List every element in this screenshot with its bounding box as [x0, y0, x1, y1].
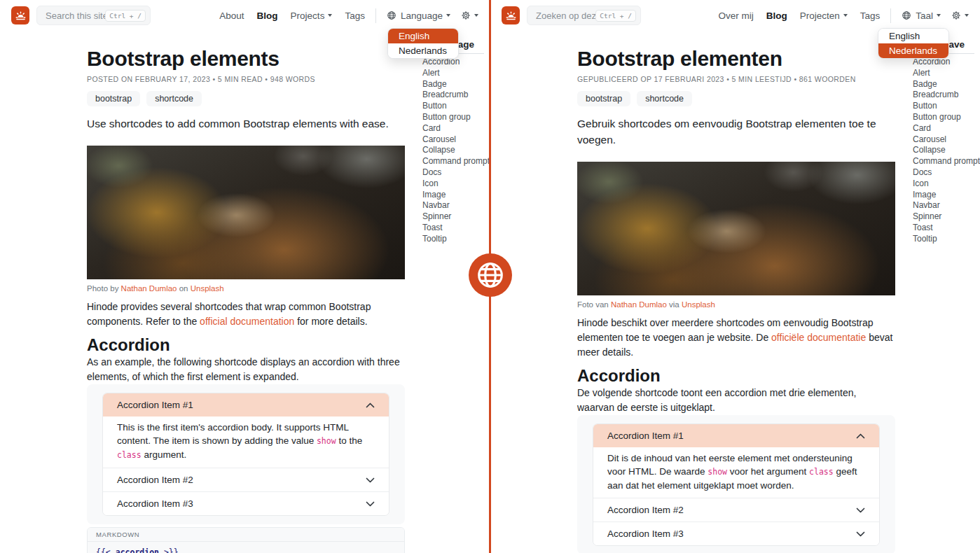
- nav-link[interactable]: Blog: [766, 10, 787, 21]
- nav-link[interactable]: Projects: [291, 10, 333, 21]
- section-heading: Accordion: [577, 365, 895, 386]
- tag-pill[interactable]: bootstrap: [87, 91, 140, 106]
- chevron-down-icon: [965, 14, 969, 17]
- toc-link[interactable]: Carousel: [422, 134, 490, 146]
- toc-link[interactable]: Tooltip: [913, 234, 980, 245]
- nav-link[interactable]: About: [219, 10, 244, 21]
- site-logo[interactable]: [11, 6, 29, 24]
- toc-link[interactable]: Button: [422, 101, 490, 112]
- doc-link[interactable]: official documentation: [200, 316, 294, 327]
- toc-link[interactable]: Breadcrumb: [913, 90, 980, 101]
- chevron-down-icon: [856, 507, 865, 513]
- nav-link[interactable]: Tags: [860, 10, 881, 21]
- toc-link[interactable]: Collapse: [913, 145, 980, 156]
- toc-link[interactable]: Image: [913, 190, 980, 201]
- navbar: Zoeken op deze site... Ctrl + / Over mij…: [490, 0, 980, 31]
- language-menu-button[interactable]: Taal: [902, 10, 941, 21]
- accordion-header-3[interactable]: Accordion Item #3: [593, 522, 879, 545]
- accordion-header-1[interactable]: Accordion Item #1: [593, 424, 879, 447]
- toc-link[interactable]: Alert: [913, 68, 980, 79]
- language-option[interactable]: English: [878, 29, 948, 43]
- language-menu-button[interactable]: Language: [387, 10, 450, 21]
- toc-link[interactable]: Toast: [913, 223, 980, 234]
- caption-author-link[interactable]: Nathan Dumlao: [611, 300, 667, 309]
- toc-link[interactable]: Button group: [422, 112, 490, 123]
- code-language-label: MARKDOWN: [88, 528, 404, 542]
- site-logo[interactable]: [502, 6, 520, 24]
- toc-link[interactable]: Docs: [913, 167, 980, 178]
- theme-menu-button[interactable]: [461, 10, 478, 20]
- toc-link[interactable]: Spinner: [913, 211, 980, 223]
- toc-link[interactable]: Card: [422, 123, 490, 134]
- post-meta: GEPUBLICEERD OP 17 FEBRUARI 2023 • 5 MIN…: [577, 75, 895, 83]
- navbar: Search this site... Ctrl + / AboutBlogPr…: [0, 0, 490, 31]
- search-input[interactable]: Zoeken op deze site... Ctrl + /: [527, 6, 641, 25]
- page-english: Search this site... Ctrl + / AboutBlogPr…: [0, 0, 490, 553]
- toc-link[interactable]: Breadcrumb: [422, 90, 490, 101]
- accordion-header-2[interactable]: Accordion Item #2: [593, 498, 879, 522]
- toc-link[interactable]: Docs: [422, 167, 490, 178]
- toc-link[interactable]: Button group: [913, 112, 980, 123]
- page-title: Bootstrap elements: [87, 46, 405, 71]
- chevron-down-icon: [856, 531, 865, 537]
- toc-link[interactable]: Alert: [422, 68, 490, 79]
- intro-paragraph: Hinode provides several shortcodes that …: [87, 300, 405, 329]
- inline-code: show: [317, 436, 336, 446]
- accordion: Accordion Item #1 This is the first item…: [102, 393, 389, 516]
- caption-author-link[interactable]: Nathan Dumlao: [121, 284, 177, 293]
- language-option[interactable]: English: [388, 29, 458, 43]
- tag-list: bootstrapshortcode: [577, 91, 895, 106]
- nav-divider: [375, 8, 376, 23]
- chevron-down-icon: [328, 14, 332, 17]
- toc-link[interactable]: Icon: [913, 178, 980, 190]
- search-shortcut-badge: Ctrl + /: [595, 10, 636, 22]
- toc-link[interactable]: Tooltip: [422, 234, 490, 245]
- example-box: Accordion Item #1 Dit is de inhoud van h…: [577, 415, 895, 553]
- sunrise-icon: [505, 10, 517, 22]
- toc-link[interactable]: Icon: [422, 178, 490, 190]
- toc-link[interactable]: Navbar: [913, 200, 980, 211]
- accordion-header-1[interactable]: Accordion Item #1: [103, 393, 389, 416]
- toc-link[interactable]: Collapse: [422, 145, 490, 156]
- search-input[interactable]: Search this site... Ctrl + /: [36, 6, 151, 25]
- nav-link[interactable]: Projecten: [800, 10, 848, 21]
- toc-list: AccordionAlertBadgeBreadcrumbButtonButto…: [422, 57, 490, 245]
- sunrise-icon: [15, 10, 27, 22]
- doc-link[interactable]: officiële documentatie: [771, 332, 866, 343]
- gear-icon: [951, 10, 961, 20]
- chevron-down-icon: [366, 477, 375, 483]
- toc-link[interactable]: Image: [422, 190, 490, 201]
- accordion-header-2[interactable]: Accordion Item #2: [103, 468, 389, 491]
- toc-link[interactable]: Badge: [913, 79, 980, 90]
- language-option[interactable]: Nederlands: [388, 43, 458, 58]
- section-heading: Accordion: [87, 335, 405, 355]
- toc-link[interactable]: Navbar: [422, 200, 490, 211]
- nav-link[interactable]: Tags: [345, 10, 365, 21]
- toc-link[interactable]: Command prompt: [422, 156, 490, 167]
- nav-link[interactable]: Over mij: [718, 10, 753, 21]
- intro-paragraph: Hinode beschikt over meerdere shortcodes…: [577, 316, 895, 360]
- toc-link[interactable]: Button: [913, 101, 980, 112]
- section-intro: De volgende shortcode toont een accordio…: [577, 386, 895, 415]
- caption-source-link[interactable]: Unsplash: [191, 284, 224, 293]
- search-placeholder: Search this site...: [46, 10, 105, 21]
- toc-link[interactable]: Spinner: [422, 211, 490, 223]
- toc-link[interactable]: Toast: [422, 223, 490, 234]
- nav-right: Over mijBlogProjectenTags Taal: [718, 8, 969, 23]
- theme-menu-button[interactable]: [951, 10, 969, 20]
- article-image: [87, 146, 405, 279]
- toc-link[interactable]: Badge: [422, 79, 490, 90]
- tag-pill[interactable]: shortcode: [637, 91, 692, 106]
- language-option[interactable]: Nederlands: [878, 43, 948, 58]
- nav-link[interactable]: Blog: [257, 10, 278, 21]
- toc-link[interactable]: Card: [913, 123, 980, 134]
- tag-pill[interactable]: shortcode: [146, 91, 202, 106]
- caption-source-link[interactable]: Unsplash: [682, 300, 715, 309]
- accordion-header-3[interactable]: Accordion Item #3: [103, 491, 389, 515]
- globe-badge: [469, 253, 512, 297]
- article: Bootstrap elements POSTED ON FEBRUARY 17…: [87, 36, 405, 553]
- toc-link[interactable]: Carousel: [913, 134, 980, 146]
- globe-icon: [902, 10, 911, 20]
- toc-link[interactable]: Command prompt: [913, 156, 980, 167]
- tag-pill[interactable]: bootstrap: [577, 91, 630, 106]
